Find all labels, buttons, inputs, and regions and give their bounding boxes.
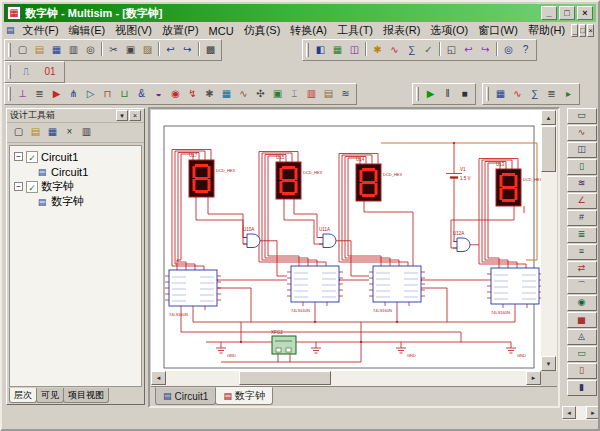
- menu-options[interactable]: 选项(O): [425, 22, 473, 39]
- place-bus-icon[interactable]: ≋: [337, 86, 354, 103]
- seven-segment-display-u13[interactable]: [496, 169, 521, 206]
- tektronix-oscilloscope-button[interactable]: ▮: [567, 380, 597, 396]
- toolbox-open-folder-icon[interactable]: ▤: [27, 124, 44, 141]
- menu-place[interactable]: 放置(P): [157, 22, 204, 39]
- multimeter-button[interactable]: ▭: [567, 108, 597, 124]
- scroll-down-button[interactable]: ▼: [541, 356, 556, 371]
- counter-ic-3[interactable]: [369, 266, 425, 306]
- place-ttl-icon[interactable]: ⊓: [99, 86, 116, 103]
- scroll-left-button[interactable]: ◄: [562, 406, 576, 419]
- toolbar-grip[interactable]: [8, 87, 11, 101]
- place-electromechanical-icon[interactable]: ✣: [252, 86, 269, 103]
- toolbox-print-icon[interactable]: ▥: [78, 124, 95, 141]
- view-breadboard-icon[interactable]: ⎍: [14, 64, 38, 81]
- tree-item-shuzizhong-root[interactable]: − ✓ 数字钟: [12, 179, 139, 194]
- toolbox-close-button[interactable]: ×: [129, 110, 141, 121]
- simulation-error-log-icon[interactable]: ≣: [543, 86, 560, 103]
- paste-icon[interactable]: ▨: [139, 42, 156, 59]
- network-analyzer-button[interactable]: ◬: [567, 329, 597, 345]
- analyses-icon[interactable]: ∿: [509, 86, 526, 103]
- undo-icon[interactable]: ↩: [162, 42, 179, 59]
- wattmeter-button[interactable]: ◫: [567, 142, 597, 158]
- and-gate-u11a[interactable]: [319, 234, 340, 248]
- tree-expander-icon[interactable]: −: [14, 182, 23, 191]
- interactive-simulation-icon[interactable]: ▦: [492, 86, 509, 103]
- menu-file[interactable]: 文件(F): [18, 22, 64, 39]
- instruments-scrollbar[interactable]: ◄ ►: [562, 406, 600, 420]
- component-wizard-icon[interactable]: ✱: [369, 42, 386, 59]
- spectrum-analyzer-button[interactable]: ▅: [567, 312, 597, 328]
- toolbox-new-icon[interactable]: ▢: [10, 124, 27, 141]
- ground-symbol[interactable]: [311, 342, 321, 353]
- menu-window[interactable]: 窗口(W): [473, 22, 523, 39]
- place-power-icon[interactable]: ↯: [184, 86, 201, 103]
- print-area-icon[interactable]: ▩: [202, 42, 219, 59]
- electrical-rules-check-icon[interactable]: ✓: [420, 42, 437, 59]
- function-generator-xfg2[interactable]: [272, 336, 296, 354]
- toggle-design-toolbox-icon[interactable]: ◧: [312, 42, 329, 59]
- distortion-analyzer-button[interactable]: ◉: [567, 295, 597, 311]
- menu-mcu[interactable]: MCU: [204, 24, 239, 38]
- scroll-up-button[interactable]: ▲: [541, 110, 556, 125]
- place-ni-component-icon[interactable]: ▣: [269, 86, 286, 103]
- counter-ic-1[interactable]: [165, 270, 221, 310]
- scroll-left-button[interactable]: ◄: [151, 371, 166, 385]
- cut-icon[interactable]: ✂: [105, 42, 122, 59]
- iv-analyzer-button[interactable]: ⌒: [567, 278, 597, 294]
- place-indicator-icon[interactable]: ◉: [167, 86, 184, 103]
- scroll-right-button[interactable]: ►: [586, 406, 600, 419]
- close-button[interactable]: ×: [577, 6, 593, 20]
- counter-ic-2[interactable]: [287, 266, 343, 306]
- toolbar-grip[interactable]: [8, 43, 11, 57]
- seven-segment-display-u14[interactable]: [356, 164, 381, 201]
- open-file-icon[interactable]: ▤: [31, 42, 48, 59]
- minimize-button[interactable]: _: [541, 6, 557, 20]
- tree-item-shuzizhong-sheet[interactable]: ▤ 数字钟: [36, 194, 139, 209]
- frequency-counter-button[interactable]: #: [567, 210, 597, 226]
- canvas-vertical-scrollbar[interactable]: ▲ ▼: [541, 110, 557, 371]
- save-icon[interactable]: ▦: [48, 42, 65, 59]
- mdi-minimize-button[interactable]: _: [571, 24, 578, 37]
- place-advanced-peripherals-icon[interactable]: ▦: [218, 86, 235, 103]
- place-misc-digital-icon[interactable]: &: [133, 86, 150, 103]
- place-rf-icon[interactable]: ∿: [235, 86, 252, 103]
- back-annotate-icon[interactable]: ↩: [460, 42, 477, 59]
- menu-edit[interactable]: 编辑(E): [64, 22, 111, 39]
- toolbox-close-icon[interactable]: ×: [61, 124, 78, 141]
- capture-region-icon[interactable]: ◱: [443, 42, 460, 59]
- maximize-button[interactable]: □: [559, 6, 575, 20]
- help-icon[interactable]: ?: [517, 42, 534, 59]
- xspice-command-line-icon[interactable]: ▸: [560, 86, 577, 103]
- scroll-right-button[interactable]: ►: [526, 371, 541, 385]
- schematic-canvas[interactable]: U17 DCD_HEX U15 DCD_HEX U14 DCD_HEX U13 …: [151, 110, 541, 371]
- and-gate-u10a[interactable]: [243, 234, 264, 248]
- menu-help[interactable]: 帮助(H): [523, 22, 570, 39]
- sheet-tab-shuzizhong[interactable]: ▤ 数字钟: [215, 387, 273, 405]
- print-icon[interactable]: ▥: [65, 42, 82, 59]
- canvas-horizontal-scrollbar[interactable]: ◄ ►: [151, 371, 541, 386]
- postprocessor-icon[interactable]: ∑: [526, 86, 543, 103]
- tab-visibility[interactable]: 可见: [36, 388, 64, 403]
- horizontal-scroll-thumb[interactable]: [239, 371, 331, 385]
- stop-simulation-button[interactable]: ■: [456, 86, 473, 103]
- redo-icon[interactable]: ↪: [179, 42, 196, 59]
- ground-symbol[interactable]: [506, 342, 516, 353]
- tree-item-circuit1-sheet[interactable]: ▤ Circuit1: [36, 164, 139, 179]
- menu-reports[interactable]: 报表(R): [378, 22, 425, 39]
- place-hierarchical-block-icon[interactable]: ▤: [320, 86, 337, 103]
- mdi-document-icon[interactable]: ▤: [6, 24, 15, 37]
- agilent-function-generator-button[interactable]: ▭: [567, 346, 597, 362]
- place-source-icon[interactable]: ⊥: [14, 86, 31, 103]
- four-channel-oscilloscope-button[interactable]: ≋: [567, 176, 597, 192]
- postprocessor-icon[interactable]: ∑: [403, 42, 420, 59]
- spreadsheet-view-icon[interactable]: ▦: [329, 42, 346, 59]
- menu-view[interactable]: 视图(V): [110, 22, 157, 39]
- grapher-icon[interactable]: ∿: [386, 42, 403, 59]
- agilent-oscilloscope-button[interactable]: ▯: [567, 363, 597, 379]
- in-use-list-icon[interactable]: 01: [38, 64, 62, 81]
- function-generator-button[interactable]: ∿: [567, 125, 597, 141]
- logic-analyzer-button[interactable]: ≡: [567, 244, 597, 260]
- place-misc-icon[interactable]: ✱: [201, 86, 218, 103]
- new-file-icon[interactable]: ▢: [14, 42, 31, 59]
- print-preview-icon[interactable]: ◎: [82, 42, 99, 59]
